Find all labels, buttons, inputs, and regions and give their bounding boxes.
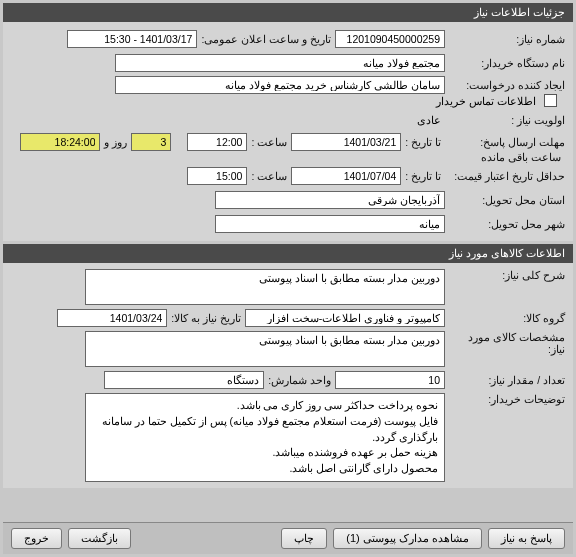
announce-datetime-field <box>67 30 197 48</box>
exit-button[interactable]: خروج <box>11 528 62 549</box>
items-panel: اطلاعات کالاهای مورد نیاز شرح کلی نیاز: … <box>3 244 573 488</box>
label-time-2: ساعت : <box>247 170 291 182</box>
section-header-need: جزئیات اطلاعات نیاز <box>3 3 573 22</box>
label-remaining: ساعت باقی مانده <box>477 151 565 163</box>
label-time-1: ساعت : <box>247 136 291 148</box>
need-date-field <box>57 309 167 327</box>
label-spec: مشخصات کالای مورد نیاز: <box>445 331 565 355</box>
reply-time-field <box>187 133 247 151</box>
label-requester: ایجاد کننده درخواست: <box>445 79 565 91</box>
view-attachments-button[interactable]: مشاهده مدارک پیوستی (1) <box>333 528 482 549</box>
summary-field <box>85 269 445 305</box>
remaining-time-field <box>20 133 100 151</box>
need-details-panel: جزئیات اطلاعات نیاز شماره نیاز: تاریخ و … <box>3 3 573 241</box>
city-field <box>215 215 445 233</box>
label-announce: تاریخ و ساعت اعلان عمومی: <box>197 33 335 45</box>
print-button[interactable]: چاپ <box>281 528 327 549</box>
spec-field <box>85 331 445 367</box>
contact-info-checkbox[interactable] <box>544 94 557 107</box>
footer-toolbar: پاسخ به نیاز مشاهده مدارک پیوستی (1) چاپ… <box>3 522 573 554</box>
label-contact-info: اطلاعات تماس خریدار <box>432 95 540 107</box>
province-field <box>215 191 445 209</box>
label-need-number: شماره نیاز: <box>445 33 565 45</box>
label-group: گروه کالا: <box>445 312 565 324</box>
remarks-field: نحوه پرداخت حداکثر سی روز کاری می باشد. … <box>85 393 445 482</box>
label-to-date-2: تا تاریخ : <box>401 170 445 182</box>
label-qty: تعداد / مقدار نیاز: <box>445 374 565 386</box>
label-reply-deadline: مهلت ارسال پاسخ: <box>445 136 565 148</box>
requester-field <box>115 76 445 94</box>
label-remarks: توضیحات خریدار: <box>445 393 565 405</box>
qty-field <box>335 371 445 389</box>
label-priority: اولویت نیاز : <box>445 114 565 126</box>
buyer-org-field <box>115 54 445 72</box>
label-validity: حداقل تاریخ اعتبار قیمت: <box>445 170 565 182</box>
label-to-date-1: تا تاریخ : <box>401 136 445 148</box>
label-province: استان محل تحویل: <box>445 194 565 206</box>
label-unit: واحد شمارش: <box>264 374 335 386</box>
validity-date-field <box>291 167 401 185</box>
remaining-days-field <box>131 133 171 151</box>
validity-time-field <box>187 167 247 185</box>
label-city: شهر محل تحویل: <box>445 218 565 230</box>
back-button[interactable]: بازگشت <box>68 528 131 549</box>
unit-field <box>104 371 264 389</box>
label-days-and: روز و <box>100 136 131 148</box>
respond-button[interactable]: پاسخ به نیاز <box>488 528 565 549</box>
priority-value: عادی <box>413 114 445 126</box>
reply-date-field <box>291 133 401 151</box>
label-buyer-org: نام دستگاه خریدار: <box>445 57 565 69</box>
need-number-field <box>335 30 445 48</box>
label-summary: شرح کلی نیاز: <box>445 269 565 281</box>
label-need-date: تاریخ نیاز به کالا: <box>167 312 245 324</box>
section-header-items: اطلاعات کالاهای مورد نیاز <box>3 244 573 263</box>
group-field <box>245 309 445 327</box>
